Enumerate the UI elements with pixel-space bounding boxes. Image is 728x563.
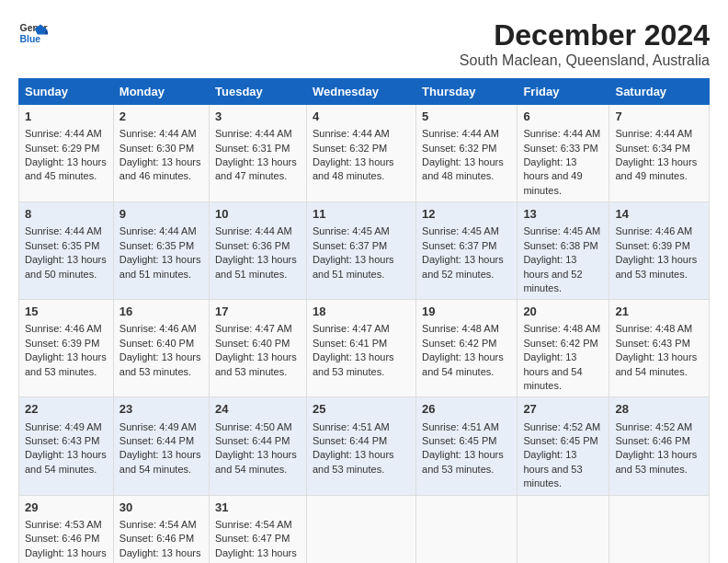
page-header: General Blue December 2024 South Maclean…	[18, 18, 710, 69]
day-number: 7	[615, 109, 703, 125]
table-row: 29Sunrise: 4:53 AMSunset: 6:46 PMDayligh…	[19, 495, 710, 563]
list-item: 19Sunrise: 4:48 AMSunset: 6:42 PMDayligh…	[416, 300, 518, 397]
list-item: 21Sunrise: 4:48 AMSunset: 6:43 PMDayligh…	[609, 300, 710, 397]
day-number: 13	[523, 206, 603, 223]
list-item: 9Sunrise: 4:44 AMSunset: 6:35 PMDaylight…	[113, 202, 209, 300]
list-item: 8Sunrise: 4:44 AMSunset: 6:35 PMDaylight…	[19, 202, 114, 300]
day-number: 21	[615, 304, 703, 320]
list-item: 10Sunrise: 4:44 AMSunset: 6:36 PMDayligh…	[210, 202, 307, 300]
list-item: 4Sunrise: 4:44 AMSunset: 6:32 PMDaylight…	[306, 105, 415, 202]
day-number: 15	[25, 304, 108, 320]
list-item: 14Sunrise: 4:46 AMSunset: 6:39 PMDayligh…	[609, 202, 710, 300]
col-tuesday: Tuesday	[210, 79, 307, 105]
list-item: 7Sunrise: 4:44 AMSunset: 6:34 PMDaylight…	[609, 105, 710, 202]
list-item: 22Sunrise: 4:49 AMSunset: 6:43 PMDayligh…	[19, 397, 114, 495]
col-sunday: Sunday	[19, 79, 114, 105]
list-item: 15Sunrise: 4:46 AMSunset: 6:39 PMDayligh…	[19, 300, 114, 397]
day-number: 17	[215, 304, 301, 320]
list-item: 25Sunrise: 4:51 AMSunset: 6:44 PMDayligh…	[306, 397, 415, 495]
list-item: 2Sunrise: 4:44 AMSunset: 6:30 PMDaylight…	[113, 105, 209, 202]
day-number: 26	[422, 401, 511, 418]
day-number: 11	[313, 206, 410, 223]
day-number: 14	[615, 206, 703, 223]
day-number: 30	[119, 500, 203, 516]
table-row: 8Sunrise: 4:44 AMSunset: 6:35 PMDaylight…	[19, 202, 710, 300]
list-item: 27Sunrise: 4:52 AMSunset: 6:45 PMDayligh…	[518, 397, 609, 495]
col-monday: Monday	[113, 79, 209, 105]
day-number: 28	[615, 401, 703, 418]
list-item: 11Sunrise: 4:45 AMSunset: 6:37 PMDayligh…	[306, 202, 415, 300]
logo-icon: General Blue	[18, 18, 48, 48]
day-number: 24	[215, 401, 301, 418]
list-item: 17Sunrise: 4:47 AMSunset: 6:40 PMDayligh…	[210, 300, 307, 397]
day-number: 20	[523, 304, 603, 320]
month-title: December 2024	[460, 18, 710, 52]
day-number: 2	[119, 109, 203, 125]
day-number: 10	[215, 206, 301, 223]
table-row: 22Sunrise: 4:49 AMSunset: 6:43 PMDayligh…	[19, 397, 710, 495]
calendar-table: Sunday Monday Tuesday Wednesday Thursday…	[18, 78, 710, 563]
location-title: South Maclean, Queensland, Australia	[460, 52, 710, 69]
day-number: 8	[25, 206, 108, 223]
list-item: 20Sunrise: 4:48 AMSunset: 6:42 PMDayligh…	[518, 300, 609, 397]
list-item: 23Sunrise: 4:49 AMSunset: 6:44 PMDayligh…	[113, 397, 209, 495]
col-thursday: Thursday	[416, 79, 518, 105]
day-number: 5	[422, 109, 511, 125]
list-item	[416, 495, 518, 563]
list-item	[306, 495, 415, 563]
table-row: 1Sunrise: 4:44 AMSunset: 6:29 PMDaylight…	[19, 105, 710, 202]
col-wednesday: Wednesday	[306, 79, 415, 105]
list-item: 1Sunrise: 4:44 AMSunset: 6:29 PMDaylight…	[19, 105, 114, 202]
logo: General Blue	[18, 18, 48, 48]
header-row: Sunday Monday Tuesday Wednesday Thursday…	[19, 79, 710, 105]
day-number: 16	[119, 304, 203, 320]
list-item	[609, 495, 710, 563]
day-number: 31	[215, 500, 301, 516]
day-number: 12	[422, 206, 511, 223]
day-number: 1	[25, 109, 108, 125]
svg-text:Blue: Blue	[20, 34, 41, 44]
list-item	[518, 495, 609, 563]
list-item: 3Sunrise: 4:44 AMSunset: 6:31 PMDaylight…	[210, 105, 307, 202]
list-item: 31Sunrise: 4:54 AMSunset: 6:47 PMDayligh…	[210, 495, 307, 563]
list-item: 26Sunrise: 4:51 AMSunset: 6:45 PMDayligh…	[416, 397, 518, 495]
table-row: 15Sunrise: 4:46 AMSunset: 6:39 PMDayligh…	[19, 300, 710, 397]
day-number: 4	[313, 109, 410, 125]
day-number: 19	[422, 304, 511, 320]
list-item: 13Sunrise: 4:45 AMSunset: 6:38 PMDayligh…	[518, 202, 609, 300]
list-item: 16Sunrise: 4:46 AMSunset: 6:40 PMDayligh…	[113, 300, 209, 397]
day-number: 22	[25, 401, 108, 418]
list-item: 29Sunrise: 4:53 AMSunset: 6:46 PMDayligh…	[19, 495, 114, 563]
col-saturday: Saturday	[609, 79, 710, 105]
day-number: 23	[119, 401, 203, 418]
list-item: 28Sunrise: 4:52 AMSunset: 6:46 PMDayligh…	[609, 397, 710, 495]
day-number: 9	[119, 206, 203, 223]
title-area: December 2024 South Maclean, Queensland,…	[460, 18, 710, 69]
day-number: 3	[215, 109, 301, 125]
list-item: 6Sunrise: 4:44 AMSunset: 6:33 PMDaylight…	[518, 105, 609, 202]
day-number: 29	[25, 500, 108, 516]
list-item: 18Sunrise: 4:47 AMSunset: 6:41 PMDayligh…	[306, 300, 415, 397]
day-number: 6	[523, 109, 603, 125]
list-item: 12Sunrise: 4:45 AMSunset: 6:37 PMDayligh…	[416, 202, 518, 300]
list-item: 24Sunrise: 4:50 AMSunset: 6:44 PMDayligh…	[210, 397, 307, 495]
list-item: 5Sunrise: 4:44 AMSunset: 6:32 PMDaylight…	[416, 105, 518, 202]
col-friday: Friday	[518, 79, 609, 105]
day-number: 27	[523, 401, 603, 418]
list-item: 30Sunrise: 4:54 AMSunset: 6:46 PMDayligh…	[113, 495, 209, 563]
day-number: 25	[313, 401, 410, 418]
day-number: 18	[313, 304, 410, 320]
